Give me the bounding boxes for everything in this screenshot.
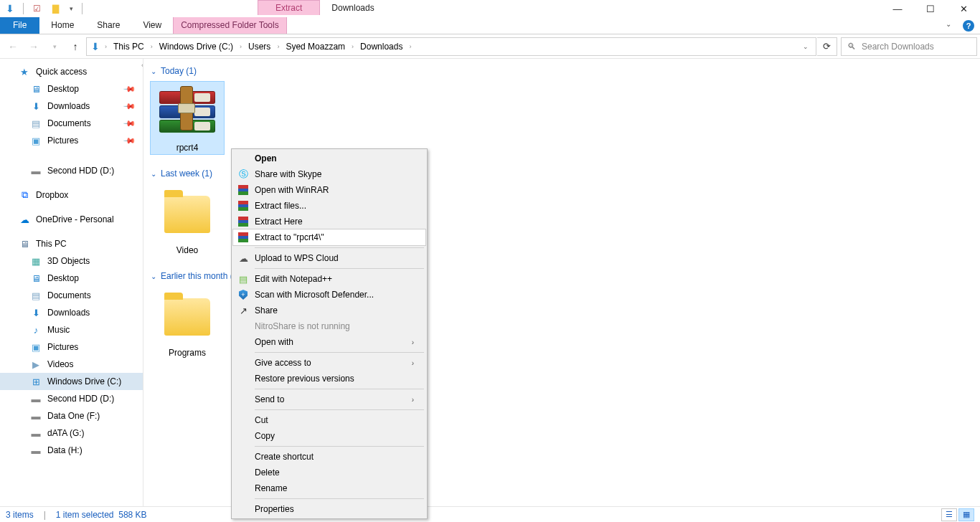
search-box[interactable]: 🔍︎ Search Downloads bbox=[841, 37, 977, 56]
file-tile-rpcrt4[interactable]: rpcrt4 bbox=[151, 82, 224, 154]
sidebar-item-music[interactable]: ♪Music bbox=[0, 321, 143, 338]
recent-locations-button[interactable]: ▾ bbox=[44, 37, 65, 56]
ctx-open-winrar[interactable]: Open with WinRAR bbox=[233, 182, 425, 198]
cube-icon: ▦ bbox=[30, 255, 42, 267]
help-icon[interactable]: ? bbox=[963, 20, 974, 32]
sidebar-item-desktop-pc[interactable]: 🖥Desktop bbox=[0, 270, 143, 287]
sidebar-item-pictures[interactable]: ▣Pictures📌 bbox=[0, 132, 143, 149]
sidebar-item-3dobjects[interactable]: ▦3D Objects bbox=[0, 252, 143, 270]
ribbon-tab-compressed-tools[interactable]: Compressed Folder Tools bbox=[173, 17, 287, 34]
ctx-open-with[interactable]: Open with› bbox=[233, 334, 425, 350]
address-history-icon[interactable]: ⌄ bbox=[798, 43, 813, 50]
chevron-down-icon: ⌄ bbox=[151, 272, 156, 280]
crumb-sep[interactable]: › bbox=[237, 43, 244, 50]
crumb-c[interactable]: Windows Drive (C:) bbox=[156, 42, 236, 52]
sidebar-onedrive[interactable]: ☁OneDrive - Personal bbox=[0, 211, 143, 228]
close-button[interactable]: ✕ bbox=[947, 0, 980, 17]
ribbon-tab-file[interactable]: File bbox=[0, 17, 39, 34]
ctx-copy[interactable]: Copy bbox=[233, 428, 425, 444]
sidebar-item-desktop[interactable]: 🖥Desktop📌 bbox=[0, 80, 143, 98]
ctx-rename[interactable]: Rename bbox=[233, 480, 425, 496]
back-button[interactable]: ← bbox=[3, 37, 23, 56]
minimize-button[interactable]: — bbox=[881, 0, 914, 17]
sidebar-label: Pictures bbox=[47, 342, 78, 352]
ctx-open[interactable]: Open bbox=[233, 151, 425, 166]
chevron-down-icon: ⌄ bbox=[151, 67, 156, 75]
ribbon-expand-icon[interactable]: ⌄ bbox=[940, 17, 957, 34]
sidebar-item-documents-pc[interactable]: ▤Documents bbox=[0, 287, 143, 304]
sidebar-item-drive-g[interactable]: ▬dATA (G:) bbox=[0, 424, 143, 442]
sidebar-item-downloads-pc[interactable]: ⬇Downloads bbox=[0, 304, 143, 321]
qat-customize-icon[interactable]: ▾ bbox=[67, 5, 76, 12]
status-bar: 3 items | 1 item selected 588 KB ☰ ▦ bbox=[0, 506, 980, 522]
view-large-icons-button[interactable]: ▦ bbox=[958, 508, 974, 521]
music-icon: ♪ bbox=[30, 324, 42, 336]
ctx-defender[interactable]: +Scan with Microsoft Defender... bbox=[233, 287, 425, 303]
up-button[interactable]: ↑ bbox=[65, 37, 85, 56]
sidebar-this-pc[interactable]: 🖥This PC bbox=[0, 235, 143, 252]
ctx-wps-cloud[interactable]: ☁Upload to WPS Cloud bbox=[233, 250, 425, 266]
qat-newfolder-icon[interactable]: ▇ bbox=[48, 1, 62, 16]
file-tile-programs[interactable]: Programs bbox=[151, 287, 224, 359]
crumb-sep[interactable]: › bbox=[407, 43, 413, 50]
ctx-share[interactable]: ↗Share bbox=[233, 303, 425, 318]
ctx-properties[interactable]: Properties bbox=[233, 501, 425, 517]
group-header-today[interactable]: ⌄Today (1) bbox=[148, 63, 980, 82]
ctx-separator bbox=[255, 352, 424, 353]
sidebar-item-drive-d[interactable]: ▬Second HDD (D:) bbox=[0, 390, 143, 407]
qat-properties-icon[interactable]: ☑ bbox=[29, 1, 44, 16]
ctx-delete[interactable]: Delete bbox=[233, 465, 425, 480]
sidebar-item-drive-c[interactable]: ⊞Windows Drive (C:) bbox=[0, 373, 143, 390]
ctx-send-to[interactable]: Send to› bbox=[233, 392, 425, 407]
winrar-icon bbox=[237, 216, 249, 227]
refresh-button[interactable]: ⟳ bbox=[817, 37, 837, 56]
ctx-cut[interactable]: Cut bbox=[233, 412, 425, 428]
file-tile-video[interactable]: Video bbox=[151, 184, 224, 257]
sidebar-dropbox[interactable]: ⧉Dropbox bbox=[0, 186, 143, 204]
crumb-sep[interactable]: › bbox=[349, 43, 356, 50]
ctx-separator bbox=[255, 446, 424, 447]
pin-icon: 📌 bbox=[122, 99, 136, 113]
ribbon-tab-share[interactable]: Share bbox=[85, 17, 131, 34]
sidebar-item-second-hdd[interactable]: ▬Second HDD (D:) bbox=[0, 162, 143, 179]
address-bar[interactable]: ⬇ › This PC › Windows Drive (C:) › Users… bbox=[86, 37, 816, 56]
forward-button[interactable]: → bbox=[24, 37, 44, 56]
view-details-button[interactable]: ☰ bbox=[941, 508, 957, 521]
crumb-this-pc[interactable]: This PC bbox=[110, 42, 147, 52]
sidebar-label: 3D Objects bbox=[47, 256, 90, 266]
sidebar-item-pictures-pc[interactable]: ▣Pictures bbox=[0, 338, 143, 356]
ctx-share-skype[interactable]: ⓈShare with Skype bbox=[233, 166, 425, 182]
ctx-extract-here[interactable]: Extract Here bbox=[233, 214, 425, 229]
sidebar-item-downloads[interactable]: ⬇Downloads📌 bbox=[0, 98, 143, 115]
ctx-label: Copy bbox=[255, 431, 275, 441]
ctx-give-access[interactable]: Give access to› bbox=[233, 355, 425, 371]
window-title: Downloads bbox=[320, 0, 385, 17]
ctx-notepadpp[interactable]: ▤Edit with Notepad++ bbox=[233, 271, 425, 287]
crumb-users[interactable]: Users bbox=[245, 42, 273, 52]
ctx-restore-versions[interactable]: Restore previous versions bbox=[233, 371, 425, 386]
maximize-button[interactable]: ☐ bbox=[914, 0, 947, 17]
file-label: Video bbox=[176, 245, 198, 255]
ctx-extract-to[interactable]: Extract to "rpcrt4\" bbox=[233, 229, 425, 245]
sidebar-label: Downloads bbox=[47, 308, 90, 318]
sidebar-item-drive-f[interactable]: ▬Data One (F:) bbox=[0, 407, 143, 424]
sidebar-item-drive-h[interactable]: ▬Data (H:) bbox=[0, 442, 143, 459]
ctx-extract-files[interactable]: Extract files... bbox=[233, 198, 425, 214]
sidebar-item-videos[interactable]: ▶Videos bbox=[0, 356, 143, 373]
crumb-sep[interactable]: › bbox=[103, 43, 109, 50]
ctx-create-shortcut[interactable]: Create shortcut bbox=[233, 449, 425, 465]
sidebar-quick-access[interactable]: ★Quick access bbox=[0, 63, 143, 80]
crumb-sep[interactable]: › bbox=[149, 43, 155, 50]
sidebar-label: Second HDD (D:) bbox=[47, 394, 114, 404]
ribbon-tab-home[interactable]: Home bbox=[39, 17, 85, 34]
ribbon-tab-view[interactable]: View bbox=[131, 17, 173, 34]
crumb-user[interactable]: Syed Moazzam bbox=[283, 42, 348, 52]
ctx-label: Edit with Notepad++ bbox=[255, 274, 332, 284]
download-icon: ⬇ bbox=[30, 307, 42, 318]
folder-icon bbox=[153, 186, 222, 243]
sidebar-item-documents[interactable]: ▤Documents📌 bbox=[0, 115, 143, 132]
crumb-sep[interactable]: › bbox=[275, 43, 281, 50]
crumb-downloads[interactable]: Downloads bbox=[357, 42, 405, 52]
sidebar-label: Dropbox bbox=[36, 190, 68, 200]
windows-drive-icon: ⊞ bbox=[30, 376, 42, 387]
